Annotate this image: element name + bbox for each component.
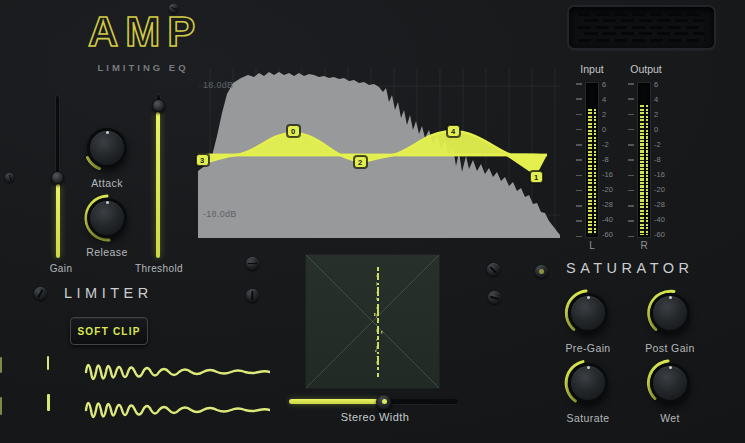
screw-icon	[487, 263, 500, 276]
app-logo: AMP	[88, 8, 198, 56]
pre-gain-knob[interactable]	[562, 287, 614, 339]
screw-icon	[246, 289, 259, 302]
limiter-waveform-top	[84, 357, 270, 387]
input-meter-ticks	[576, 83, 583, 237]
limiter-title: LIMITER	[64, 285, 153, 301]
speaker-grille	[567, 5, 716, 50]
eq-band-handle[interactable]: 4	[447, 125, 460, 137]
grille-slot-row	[578, 39, 705, 42]
soft-clip-button[interactable]: SOFT CLIP	[70, 317, 148, 345]
input-meter-scale: 642 0-2-8 -16-20-28 -40-60	[602, 81, 622, 239]
led-screw-icon	[535, 265, 548, 278]
post-gain-knob[interactable]	[644, 287, 696, 339]
eq-band-handle[interactable]: 2	[354, 156, 367, 168]
grille-slot-row	[578, 19, 705, 22]
threshold-slider-handle[interactable]	[152, 99, 165, 112]
screw-icon	[488, 291, 501, 304]
attack-label: Attack	[79, 177, 135, 189]
waveform-edge-tick	[0, 397, 2, 415]
waveform-edge-tick	[0, 357, 2, 373]
screw-icon	[5, 173, 14, 182]
attack-knob[interactable]	[81, 122, 133, 174]
stereo-field-display	[306, 255, 439, 388]
gain-label: Gain	[39, 263, 83, 274]
pre-gain-label: Pre-Gain	[556, 342, 620, 354]
saturator-title: SATURATOR	[566, 260, 694, 276]
limiter-waveform-bottom	[84, 394, 270, 426]
screw-icon	[34, 287, 47, 300]
eq-spectrum-graph	[198, 68, 560, 238]
release-knob[interactable]	[81, 192, 133, 244]
wet-knob[interactable]	[644, 357, 696, 409]
plugin-window: AMP LIMITING EQ Gain Threshold Attack	[0, 0, 745, 443]
output-meter	[637, 82, 651, 238]
saturate-knob[interactable]	[562, 357, 614, 409]
eq-db-top-label: 18.0dB	[203, 80, 233, 90]
grille-slot-row	[578, 13, 705, 16]
stereo-width-slider-handle[interactable]	[376, 394, 392, 410]
input-meter-label: Input	[568, 63, 616, 75]
threshold-label: Threshold	[126, 263, 192, 274]
wet-label: Wet	[648, 412, 692, 424]
eq-band-handle[interactable]: 0	[287, 125, 300, 137]
app-subtitle: LIMITING EQ	[88, 62, 198, 73]
input-meter	[585, 82, 599, 238]
output-meter-label: Output	[622, 63, 670, 75]
post-gain-label: Post Gain	[634, 342, 706, 354]
gain-slider-handle[interactable]	[51, 171, 64, 184]
gain-slider-fill	[56, 184, 60, 258]
waveform-tick	[47, 394, 50, 411]
waveform-tick	[47, 356, 49, 370]
screw-icon	[246, 257, 259, 270]
stereo-width-label: Stereo Width	[310, 411, 440, 423]
stereo-width-slider-fill	[289, 399, 384, 404]
output-meter-scale: 642 0-2-8 -16-20-28 -40-60	[654, 81, 674, 239]
input-meter-channel-label: L	[585, 240, 599, 251]
saturate-label: Saturate	[556, 412, 620, 424]
threshold-slider-fill	[156, 112, 160, 258]
eq-display[interactable]	[198, 68, 560, 238]
output-meter-ticks	[628, 83, 635, 237]
grille-slot-row	[578, 26, 705, 29]
eq-band-handle[interactable]: 3	[196, 154, 209, 166]
grille-slot-row	[578, 32, 705, 35]
screw-icon	[169, 4, 178, 13]
eq-band-handle[interactable]: 1	[530, 171, 543, 183]
eq-db-bottom-label: -18.0dB	[203, 209, 237, 219]
release-label: Release	[79, 246, 135, 258]
output-meter-channel-label: R	[637, 240, 651, 251]
